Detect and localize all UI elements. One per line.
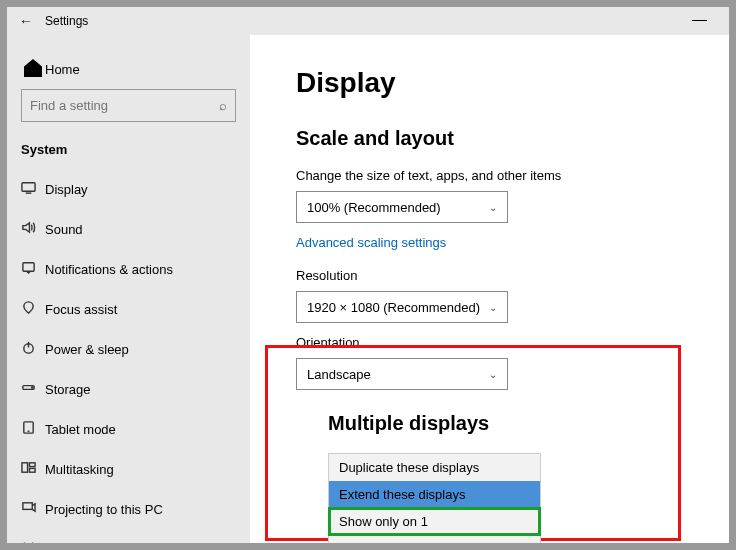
settings-window: ← Settings — Home ⌕ System Display Sound — [7, 7, 729, 543]
power-icon — [21, 340, 45, 358]
svg-rect-10 — [29, 463, 35, 467]
back-button[interactable]: ← — [7, 13, 45, 29]
text-size-value: 100% (Recommended) — [307, 200, 441, 215]
scale-layout-heading: Scale and layout — [296, 127, 729, 150]
svg-point-6 — [32, 387, 33, 388]
advanced-scaling-link[interactable]: Advanced scaling settings — [296, 235, 729, 250]
dropdown-option-duplicate[interactable]: Duplicate these displays — [329, 454, 540, 481]
home-nav[interactable]: Home — [21, 49, 236, 89]
sidebar-item-label: Tablet mode — [45, 422, 116, 437]
text-size-select[interactable]: 100% (Recommended) ⌄ — [296, 191, 508, 223]
search-icon: ⌕ — [219, 98, 227, 113]
sidebar: Home ⌕ System Display Sound Notification… — [7, 35, 250, 543]
svg-rect-2 — [23, 263, 34, 271]
projecting-icon — [21, 500, 45, 518]
home-icon — [21, 56, 45, 83]
dropdown-option-show-only-1[interactable]: Show only on 1 — [329, 508, 540, 535]
home-label: Home — [45, 62, 80, 77]
display-icon — [21, 180, 45, 198]
sidebar-item-label: Storage — [45, 382, 91, 397]
sidebar-item-label: Shared experiences — [45, 542, 161, 544]
sidebar-item-tablet-mode[interactable]: Tablet mode — [21, 409, 236, 449]
sidebar-item-label: Projecting to this PC — [45, 502, 163, 517]
sidebar-item-focus-assist[interactable]: Focus assist — [21, 289, 236, 329]
sidebar-item-display[interactable]: Display — [21, 169, 236, 209]
sidebar-item-multitasking[interactable]: Multitasking — [21, 449, 236, 489]
sound-icon — [21, 220, 45, 238]
sidebar-item-power-sleep[interactable]: Power & sleep — [21, 329, 236, 369]
minimize-button[interactable]: — — [692, 10, 707, 27]
multiple-displays-heading: Multiple displays — [328, 412, 729, 435]
sidebar-item-sound[interactable]: Sound — [21, 209, 236, 249]
text-size-label: Change the size of text, apps, and other… — [296, 168, 729, 183]
category-header: System — [21, 142, 236, 157]
multitasking-icon — [21, 460, 45, 478]
resolution-value: 1920 × 1080 (Recommended) — [307, 300, 480, 315]
resolution-select[interactable]: 1920 × 1080 (Recommended) ⌄ — [296, 291, 508, 323]
search-box[interactable]: ⌕ — [21, 89, 236, 122]
search-input[interactable] — [30, 98, 219, 113]
sidebar-item-label: Power & sleep — [45, 342, 129, 357]
sidebar-item-shared-exp[interactable]: Shared experiences — [21, 529, 236, 543]
svg-rect-12 — [23, 503, 32, 510]
titlebar: ← Settings — — [7, 7, 729, 35]
tablet-icon — [21, 420, 45, 438]
sidebar-item-projecting[interactable]: Projecting to this PC — [21, 489, 236, 529]
sidebar-item-label: Notifications & actions — [45, 262, 173, 277]
window-title: Settings — [45, 14, 88, 28]
chevron-down-icon: ⌄ — [489, 202, 497, 213]
sidebar-item-label: Focus assist — [45, 302, 117, 317]
resolution-label: Resolution — [296, 268, 729, 283]
multiple-displays-dropdown[interactable]: Duplicate these displays Extend these di… — [328, 453, 541, 543]
chevron-down-icon: ⌄ — [489, 302, 497, 313]
main-panel: Display Scale and layout Change the size… — [250, 35, 729, 543]
sidebar-item-storage[interactable]: Storage — [21, 369, 236, 409]
sidebar-item-notifications[interactable]: Notifications & actions — [21, 249, 236, 289]
dropdown-option-show-only-2[interactable]: Show only on 2 — [329, 535, 540, 543]
storage-icon — [21, 380, 45, 398]
sidebar-item-label: Multitasking — [45, 462, 114, 477]
dropdown-option-extend[interactable]: Extend these displays — [329, 481, 540, 508]
sidebar-item-label: Sound — [45, 222, 83, 237]
sidebar-item-label: Display — [45, 182, 88, 197]
svg-rect-9 — [22, 463, 28, 472]
svg-rect-0 — [22, 183, 35, 191]
shared-exp-icon — [21, 540, 45, 543]
notifications-icon — [21, 260, 45, 278]
page-title: Display — [296, 67, 729, 99]
focus-assist-icon — [21, 300, 45, 318]
svg-rect-11 — [29, 468, 35, 472]
